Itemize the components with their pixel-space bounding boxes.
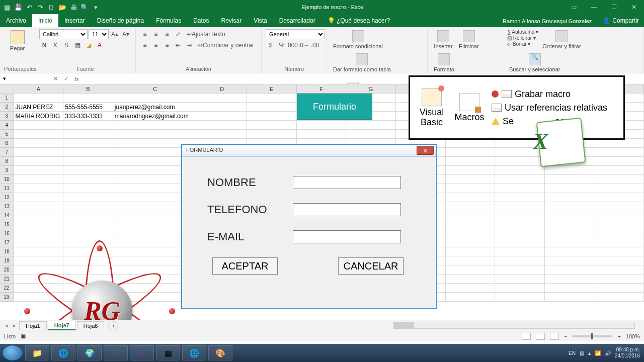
- cell[interactable]: [14, 202, 64, 211]
- cell[interactable]: [545, 220, 595, 229]
- row-header[interactable]: 18: [0, 247, 14, 256]
- cell[interactable]: [63, 175, 113, 184]
- cell[interactable]: [297, 130, 347, 139]
- cell[interactable]: [495, 229, 545, 238]
- cell[interactable]: [63, 121, 113, 130]
- cell[interactable]: [545, 229, 595, 238]
- row-header[interactable]: 19: [0, 256, 14, 265]
- row-header[interactable]: 1: [0, 94, 14, 103]
- cell[interactable]: [14, 175, 64, 184]
- cell[interactable]: [594, 166, 644, 175]
- dec-dec-icon[interactable]: .00: [310, 40, 320, 50]
- cell[interactable]: [446, 220, 496, 229]
- cell[interactable]: [545, 247, 595, 256]
- cell[interactable]: [495, 193, 545, 202]
- input-telefono[interactable]: [293, 203, 401, 216]
- select-all-corner[interactable]: [0, 84, 14, 93]
- view-layout-icon[interactable]: [536, 333, 545, 340]
- sort-filter-button[interactable]: Ordenar y filtrar: [540, 29, 583, 50]
- cell[interactable]: [545, 275, 595, 284]
- cell[interactable]: [446, 238, 496, 247]
- align-right-icon[interactable]: ≡: [162, 40, 172, 50]
- font-name-select[interactable]: Calibri: [39, 29, 88, 39]
- cell[interactable]: [446, 229, 496, 238]
- taskbar-globe-icon[interactable]: 🌍: [77, 345, 102, 360]
- cell[interactable]: [594, 238, 644, 247]
- cell[interactable]: [545, 293, 595, 302]
- cell[interactable]: [446, 284, 496, 293]
- cell[interactable]: [594, 148, 644, 157]
- row-header[interactable]: 21: [0, 275, 14, 284]
- cell[interactable]: [14, 211, 64, 220]
- row-header[interactable]: 5: [0, 130, 14, 139]
- cell[interactable]: [594, 202, 644, 211]
- cell[interactable]: [446, 175, 496, 184]
- userform-titlebar[interactable]: FORMULARIO ✕: [182, 145, 436, 157]
- shrink-font-icon[interactable]: A▾: [121, 29, 131, 39]
- cell[interactable]: [446, 139, 496, 148]
- cell[interactable]: [594, 229, 644, 238]
- cell[interactable]: [594, 139, 644, 148]
- wrap-text-button[interactable]: ↩ Ajustar texto: [184, 29, 228, 39]
- row-header[interactable]: 9: [0, 166, 14, 175]
- cell[interactable]: [63, 94, 113, 103]
- row-header[interactable]: 11: [0, 184, 14, 193]
- cell[interactable]: [446, 166, 496, 175]
- maximize-icon[interactable]: ☐: [604, 4, 624, 11]
- number-format-select[interactable]: General: [266, 29, 325, 39]
- row-header[interactable]: 15: [0, 220, 14, 229]
- tray-clock[interactable]: 09:48 p.m.24/01/2016: [615, 347, 640, 359]
- orientation-icon[interactable]: ⤢: [173, 29, 183, 39]
- indent-inc-icon[interactable]: ⇥: [184, 40, 194, 50]
- redo-icon[interactable]: ↷: [36, 3, 44, 11]
- col-header-C[interactable]: C: [113, 84, 198, 93]
- share-button[interactable]: 👤 Compartir: [598, 14, 644, 27]
- row-header[interactable]: 3: [0, 112, 14, 121]
- enter-fx-icon[interactable]: ✓: [61, 75, 71, 82]
- cell[interactable]: [545, 284, 595, 293]
- autosum-button[interactable]: ∑ Autosuma ▾: [507, 29, 538, 35]
- row-header[interactable]: 17: [0, 238, 14, 247]
- underline-icon[interactable]: S: [61, 40, 71, 50]
- cell[interactable]: [14, 166, 64, 175]
- name-box[interactable]: ▾: [0, 73, 50, 84]
- cell[interactable]: [545, 238, 595, 247]
- cell[interactable]: [594, 284, 644, 293]
- cell[interactable]: [594, 293, 644, 302]
- percent-icon[interactable]: %: [277, 40, 287, 50]
- tray-network-icon[interactable]: 📶: [595, 350, 601, 356]
- save-icon[interactable]: 💾: [14, 3, 22, 11]
- cell[interactable]: [63, 220, 113, 229]
- find-select-button[interactable]: 🔍Buscar y seleccionar: [507, 52, 562, 73]
- cell[interactable]: [346, 130, 396, 139]
- preview-icon[interactable]: 🔍: [80, 3, 89, 11]
- cell[interactable]: [63, 139, 113, 148]
- cell[interactable]: [247, 130, 297, 139]
- cell[interactable]: [63, 211, 113, 220]
- sheet-nav-next-icon[interactable]: ▸: [11, 322, 18, 329]
- tab-home[interactable]: Inicio: [32, 14, 58, 27]
- cell[interactable]: [495, 256, 545, 265]
- cell[interactable]: [446, 211, 496, 220]
- cell[interactable]: [594, 193, 644, 202]
- sheet-tab-hoja7[interactable]: Hoja7: [48, 321, 76, 330]
- cell[interactable]: [594, 157, 644, 166]
- zoom-out-icon[interactable]: −: [564, 333, 567, 339]
- cell[interactable]: [14, 148, 64, 157]
- taskbar-chrome-icon[interactable]: 🌐: [51, 345, 75, 360]
- indent-dec-icon[interactable]: ⇤: [173, 40, 183, 50]
- cancelar-button[interactable]: CANCELAR: [338, 257, 404, 275]
- cell[interactable]: [197, 103, 247, 112]
- view-normal-icon[interactable]: [522, 333, 531, 340]
- cell[interactable]: [446, 256, 496, 265]
- cell[interactable]: [446, 157, 496, 166]
- cell[interactable]: [63, 202, 113, 211]
- row-header[interactable]: 22: [0, 284, 14, 293]
- cond-format-button[interactable]: Formato condicional: [331, 29, 385, 50]
- col-header-B[interactable]: B: [63, 84, 113, 93]
- close-icon[interactable]: ✕: [624, 4, 644, 11]
- cell[interactable]: [495, 284, 545, 293]
- paste-button[interactable]: Pegar: [4, 29, 31, 52]
- cell[interactable]: [495, 247, 545, 256]
- col-header-A[interactable]: A: [14, 84, 64, 93]
